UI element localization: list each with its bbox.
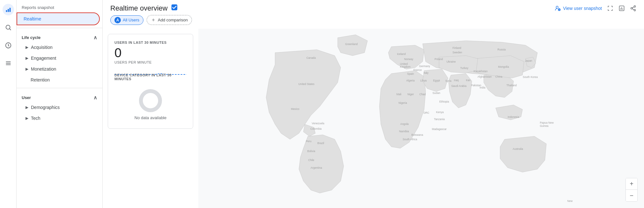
lifecycle-label: Life cycle bbox=[22, 35, 40, 40]
svg-text:Namibia: Namibia bbox=[399, 130, 409, 133]
svg-text:Madagascar: Madagascar bbox=[432, 127, 447, 131]
svg-text:United States: United States bbox=[298, 82, 314, 86]
svg-rect-0 bbox=[6, 10, 7, 12]
svg-text:Turkey: Turkey bbox=[460, 66, 468, 70]
world-map-svg: Greenland Finland Sweden Russia Iceland … bbox=[198, 29, 644, 208]
svg-text:Kenya: Kenya bbox=[436, 111, 444, 114]
svg-text:South Korea: South Korea bbox=[523, 75, 538, 79]
svg-text:Mali: Mali bbox=[396, 93, 401, 96]
lifecycle-chevron: ∧ bbox=[93, 35, 97, 41]
search-nav-icon[interactable] bbox=[3, 22, 14, 33]
icon-bar bbox=[0, 0, 17, 208]
stats-card: USERS IN LAST 30 MINUTES 0 USERS PER MIN… bbox=[108, 34, 193, 129]
svg-line-4 bbox=[10, 29, 11, 30]
acquisition-arrow-icon: ▶ bbox=[26, 45, 28, 50]
map-zoom-controls: + − bbox=[626, 178, 638, 202]
realtime-check-icon bbox=[171, 4, 178, 12]
all-users-chip[interactable]: A All Users bbox=[110, 15, 143, 25]
reports-snapshot-header: Reports snapshot bbox=[17, 0, 102, 12]
svg-text:China: China bbox=[495, 75, 502, 78]
svg-text:Canada: Canada bbox=[306, 56, 316, 59]
map-area: Greenland Finland Sweden Russia Iceland … bbox=[198, 29, 644, 208]
users-value: 0 bbox=[114, 46, 187, 60]
fullscreen-btn[interactable] bbox=[607, 5, 613, 12]
svg-text:Mexico: Mexico bbox=[291, 107, 299, 111]
svg-text:Sweden: Sweden bbox=[452, 51, 462, 54]
topbar-right: View user snapshot bbox=[555, 5, 636, 12]
svg-text:Tanzania: Tanzania bbox=[434, 118, 445, 121]
svg-text:Finland: Finland bbox=[452, 46, 461, 50]
svg-text:Ethiopia: Ethiopia bbox=[439, 100, 449, 103]
lifecycle-section-header[interactable]: Life cycle ∧ bbox=[17, 31, 102, 42]
retention-label: Retention bbox=[31, 77, 50, 82]
all-users-label: All Users bbox=[123, 18, 139, 22]
user-label: User bbox=[22, 95, 31, 100]
svg-text:Colombia: Colombia bbox=[310, 127, 322, 130]
sidebar-item-engagement[interactable]: ▶ Engagement bbox=[17, 53, 100, 64]
svg-text:Iceland: Iceland bbox=[397, 52, 406, 56]
svg-text:France: France bbox=[413, 68, 422, 72]
users-last-30-label: USERS IN LAST 30 MINUTES bbox=[114, 41, 187, 44]
svg-rect-2 bbox=[9, 8, 11, 12]
donut-container: No data available bbox=[114, 85, 187, 123]
svg-text:Mongolia: Mongolia bbox=[498, 65, 509, 68]
sidebar-item-acquisition[interactable]: ▶ Acquisition bbox=[17, 42, 100, 53]
tech-arrow-icon: ▶ bbox=[26, 116, 28, 120]
list-nav-icon[interactable] bbox=[3, 58, 14, 69]
svg-text:Russia: Russia bbox=[497, 48, 506, 51]
view-user-snapshot-btn[interactable]: View user snapshot bbox=[555, 5, 602, 12]
svg-text:Indonesia: Indonesia bbox=[508, 115, 519, 119]
sidebar-item-realtime[interactable]: Realtime bbox=[17, 12, 100, 25]
add-comparison-btn[interactable]: ＋ Add comparison bbox=[147, 15, 192, 25]
all-users-avatar: A bbox=[114, 17, 121, 23]
demographics-arrow-icon: ▶ bbox=[26, 105, 28, 110]
svg-text:Chad: Chad bbox=[419, 93, 426, 96]
realtime-nav-icon[interactable] bbox=[3, 40, 14, 51]
svg-text:DRC: DRC bbox=[423, 111, 429, 114]
svg-text:Kazakhstan: Kazakhstan bbox=[474, 70, 488, 73]
sidebar-item-tech[interactable]: ▶ Tech bbox=[17, 113, 100, 124]
sidebar-item-demographics[interactable]: ▶ Demographics bbox=[17, 102, 100, 113]
user-section-header[interactable]: User ∧ bbox=[17, 91, 102, 102]
svg-text:Niger: Niger bbox=[407, 93, 414, 96]
zoom-in-btn[interactable]: + bbox=[626, 178, 637, 190]
add-comparison-label: Add comparison bbox=[158, 18, 188, 22]
topbar: Realtime overview View user snapshot bbox=[103, 0, 644, 15]
share-btn[interactable] bbox=[630, 5, 636, 12]
sidebar-item-retention[interactable]: Retention bbox=[17, 74, 100, 85]
zoom-out-btn[interactable]: − bbox=[626, 190, 637, 201]
chart-export-btn[interactable] bbox=[618, 5, 625, 12]
svg-text:Norway: Norway bbox=[404, 58, 413, 61]
tech-label: Tech bbox=[31, 116, 40, 121]
svg-text:Afghanistan: Afghanistan bbox=[478, 75, 492, 78]
donut-chart bbox=[138, 88, 163, 113]
monetization-label: Monetization bbox=[31, 66, 56, 72]
sidebar-item-monetization[interactable]: ▶ Monetization bbox=[17, 64, 100, 74]
svg-point-14 bbox=[631, 7, 633, 9]
realtime-label: Realtime bbox=[24, 16, 41, 21]
sidebar: Reports snapshot Realtime Life cycle ∧ ▶… bbox=[17, 0, 103, 208]
svg-point-3 bbox=[6, 25, 10, 29]
stats-panel: USERS IN LAST 30 MINUTES 0 USERS PER MIN… bbox=[103, 29, 198, 208]
svg-point-18 bbox=[141, 91, 160, 110]
svg-text:Botswana: Botswana bbox=[411, 133, 423, 136]
svg-text:Ukraine: Ukraine bbox=[446, 60, 456, 63]
user-chevron: ∧ bbox=[93, 95, 97, 101]
content-area: USERS IN LAST 30 MINUTES 0 USERS PER MIN… bbox=[103, 29, 644, 208]
svg-text:India: India bbox=[479, 86, 486, 89]
main-content: Realtime overview View user snapshot bbox=[103, 0, 644, 208]
svg-text:Japan: Japan bbox=[525, 59, 532, 62]
svg-text:Iran: Iran bbox=[466, 79, 471, 82]
svg-text:Libya: Libya bbox=[420, 79, 427, 82]
topbar-left: Realtime overview bbox=[110, 4, 178, 12]
svg-text:Venezuela: Venezuela bbox=[312, 122, 325, 125]
page-title: Realtime overview bbox=[110, 4, 168, 12]
sidebar-divider-1 bbox=[17, 28, 102, 28]
svg-text:Argentina: Argentina bbox=[311, 166, 322, 169]
sidebar-divider-2 bbox=[17, 88, 102, 88]
svg-point-15 bbox=[634, 9, 636, 11]
svg-text:Poland: Poland bbox=[435, 58, 443, 61]
engagement-arrow-icon: ▶ bbox=[26, 56, 28, 60]
bar-chart-nav-icon[interactable] bbox=[3, 4, 14, 15]
svg-text:Bolivia: Bolivia bbox=[307, 150, 315, 153]
